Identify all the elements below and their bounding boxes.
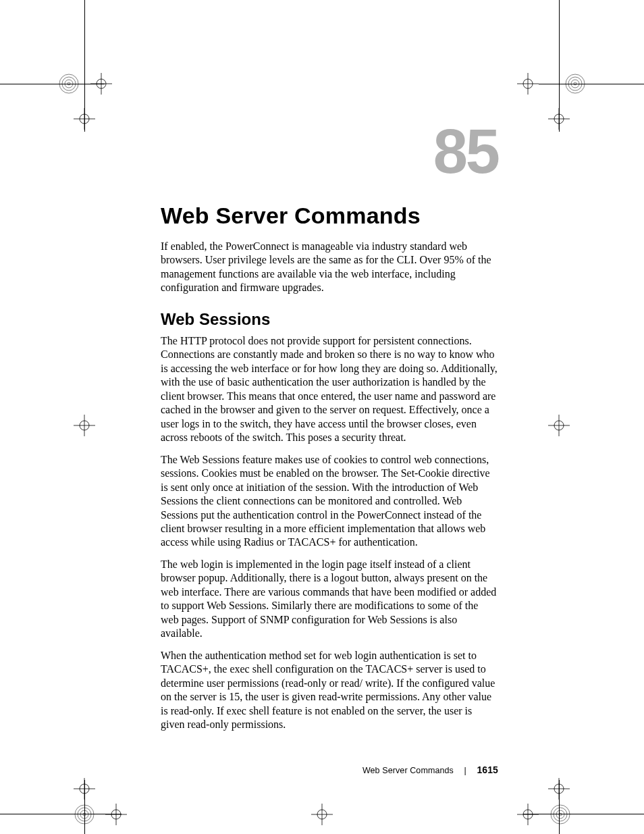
section-paragraph: The Web Sessions feature makes use of co… xyxy=(161,453,498,550)
registration-cross-icon xyxy=(103,801,130,828)
crop-mark xyxy=(0,814,122,814)
registration-cross-icon xyxy=(71,412,98,439)
crop-mark xyxy=(523,814,644,814)
chapter-intro: If enabled, the PowerConnect is manageab… xyxy=(161,240,498,295)
registration-cross-icon xyxy=(545,412,572,439)
page-content: 85 Web Server Commands If enabled, the P… xyxy=(161,120,498,740)
section-paragraph: The web login is implemented in the logi… xyxy=(161,558,498,641)
registration-cross-icon xyxy=(514,801,541,828)
footer-separator: | xyxy=(464,766,466,775)
section-title: Web Sessions xyxy=(161,310,498,329)
svg-point-42 xyxy=(551,805,570,824)
crop-mark xyxy=(559,780,560,834)
svg-point-14 xyxy=(523,79,533,88)
svg-point-44 xyxy=(556,810,564,818)
registration-cross-icon xyxy=(514,70,541,97)
svg-point-23 xyxy=(554,421,564,430)
svg-point-33 xyxy=(111,810,121,819)
svg-point-20 xyxy=(80,421,89,430)
footer-section-label: Web Server Commands xyxy=(363,766,454,775)
svg-point-36 xyxy=(317,810,327,819)
crop-mark xyxy=(0,84,105,84)
svg-point-46 xyxy=(523,810,533,819)
registration-cross-icon xyxy=(308,801,336,828)
footer-page-number: 1615 xyxy=(477,764,498,775)
crop-mark xyxy=(559,0,560,132)
crop-mark xyxy=(84,780,85,834)
chapter-number: 85 xyxy=(161,120,498,182)
section-paragraph: When the authentication method set for w… xyxy=(161,649,498,732)
svg-point-43 xyxy=(554,808,567,821)
crop-mark xyxy=(539,84,644,84)
section-paragraph: The HTTP protocol does not provide suppo… xyxy=(161,334,498,445)
crop-mark xyxy=(84,0,85,132)
page-footer: Web Server Commands | 1615 xyxy=(161,764,498,775)
chapter-title: Web Server Commands xyxy=(161,203,498,229)
